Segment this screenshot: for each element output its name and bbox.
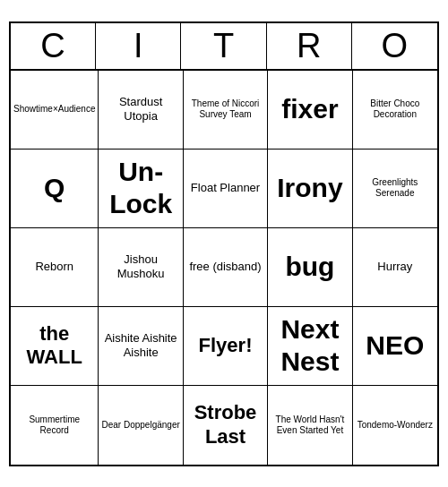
header-letter-T: T xyxy=(181,23,266,69)
cell-text-14: Hurray xyxy=(377,260,412,274)
bingo-cell-21: Dear Doppelgänger xyxy=(99,386,183,465)
bingo-cell-23: The World Hasn't Even Started Yet xyxy=(268,386,352,465)
cell-text-16: Aishite Aishite Aishite xyxy=(101,331,179,359)
cell-text-20: Summertime Record xyxy=(13,414,95,436)
bingo-cell-2: Theme of Niccori Survey Team xyxy=(184,71,268,150)
bingo-cell-20: Summertime Record xyxy=(11,386,99,465)
bingo-cell-22: Strobe Last xyxy=(184,386,268,465)
bingo-cell-7: Float Planner xyxy=(184,150,268,228)
bingo-cell-18: Next Nest xyxy=(268,307,352,386)
bingo-cell-17: Flyer! xyxy=(184,307,268,386)
bingo-cell-6: Un-Lock xyxy=(99,150,183,228)
cell-text-13: bug xyxy=(285,251,334,283)
bingo-cell-11: Jishou Mushoku xyxy=(99,228,183,307)
cell-text-10: Reborn xyxy=(35,260,73,274)
header-letter-C: C xyxy=(11,23,96,69)
header-letter-R: R xyxy=(267,23,352,69)
bingo-cell-15: the WALL xyxy=(11,307,99,386)
cell-text-24: Tondemo-Wonderz xyxy=(358,420,433,431)
bingo-cell-9: Greenlights Serenade xyxy=(353,150,437,228)
cell-text-7: Float Planner xyxy=(191,181,260,195)
bingo-cell-4: Bitter Choco Decoration xyxy=(353,71,437,150)
cell-text-1: Stardust Utopia xyxy=(101,95,179,123)
cell-text-8: Irony xyxy=(277,172,342,204)
bingo-cell-16: Aishite Aishite Aishite xyxy=(99,307,183,386)
cell-text-12: free (disband) xyxy=(189,260,261,274)
bingo-cell-10: Reborn xyxy=(11,228,99,307)
cell-text-17: Flyer! xyxy=(199,334,253,357)
bingo-cell-1: Stardust Utopia xyxy=(99,71,183,150)
cell-text-9: Greenlights Serenade xyxy=(356,177,435,199)
cell-text-22: Strobe Last xyxy=(186,401,264,449)
cell-text-5: Q xyxy=(44,172,65,204)
cell-text-19: NEO xyxy=(366,329,424,362)
bingo-cell-19: NEO xyxy=(353,307,437,386)
cell-text-3: fixer xyxy=(281,93,338,125)
cell-text-4: Bitter Choco Decoration xyxy=(356,98,435,120)
bingo-cell-3: fixer xyxy=(268,71,352,150)
bingo-card: CITRO Showtime×AudienceStardust UtopiaTh… xyxy=(9,21,439,466)
bingo-cell-13: bug xyxy=(268,228,352,307)
bingo-cell-5: Q xyxy=(11,150,99,228)
header-letter-I: I xyxy=(96,23,181,69)
bingo-cell-0: Showtime×Audience xyxy=(11,71,99,150)
bingo-cell-24: Tondemo-Wonderz xyxy=(353,386,437,465)
header-letter-O: O xyxy=(352,23,437,69)
bingo-header: CITRO xyxy=(11,23,437,71)
cell-text-0: Showtime×Audience xyxy=(13,104,95,115)
cell-text-11: Jishou Mushoku xyxy=(101,252,179,280)
cell-text-21: Dear Doppelgänger xyxy=(102,420,180,431)
cell-text-6: Un-Lock xyxy=(101,156,179,220)
bingo-cell-8: Irony xyxy=(268,150,352,228)
cell-text-18: Next Nest xyxy=(271,313,349,378)
bingo-cell-12: free (disband) xyxy=(184,228,268,307)
cell-text-15: the WALL xyxy=(13,322,95,370)
bingo-cell-14: Hurray xyxy=(353,228,437,307)
bingo-grid: Showtime×AudienceStardust UtopiaTheme of… xyxy=(11,71,437,465)
cell-text-23: The World Hasn't Even Started Yet xyxy=(271,414,349,436)
cell-text-2: Theme of Niccori Survey Team xyxy=(186,98,264,120)
